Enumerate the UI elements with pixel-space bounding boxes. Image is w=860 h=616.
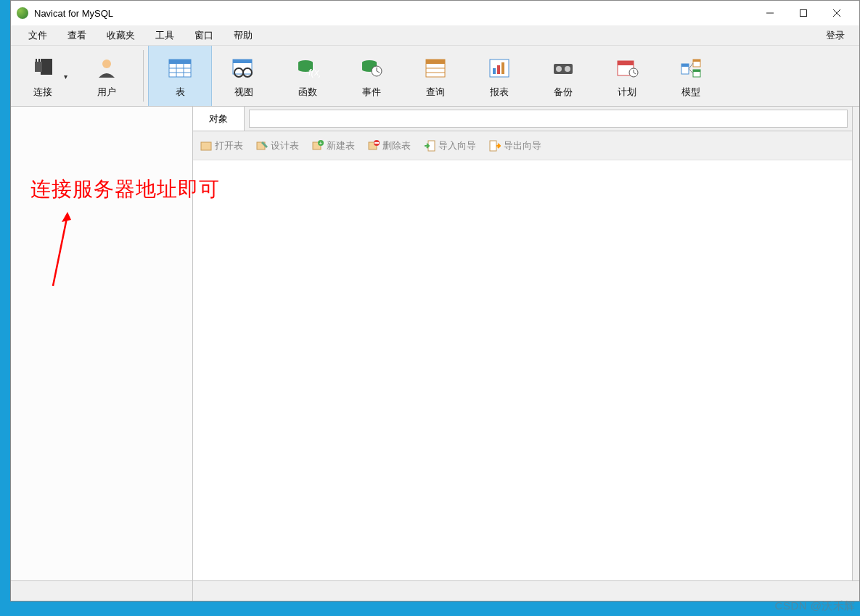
table-icon xyxy=(168,54,192,83)
table-label: 表 xyxy=(176,86,185,99)
new-table-icon: + xyxy=(312,140,324,152)
svg-point-36 xyxy=(565,66,570,72)
close-icon xyxy=(832,9,841,17)
chevron-down-icon: ▾ xyxy=(64,72,67,80)
connect-label: 连接 xyxy=(33,86,52,99)
function-label: 函数 xyxy=(298,86,317,99)
delete-table-icon xyxy=(368,140,380,152)
login-button[interactable]: 登录 xyxy=(819,26,852,45)
svg-line-49 xyxy=(689,69,693,73)
new-table-label: 新建表 xyxy=(327,139,355,152)
new-table-button[interactable]: + 新建表 xyxy=(312,139,355,152)
schedule-button[interactable]: 计划 xyxy=(595,46,659,106)
open-table-button[interactable]: 打开表 xyxy=(200,139,243,152)
app-icon xyxy=(17,7,28,19)
svg-rect-52 xyxy=(201,142,211,150)
main-panel: 对象 打开表 设计表 + 新建表 删除表 xyxy=(193,107,852,580)
menu-favorite[interactable]: 收藏夹 xyxy=(97,26,145,45)
report-button[interactable]: 报表 xyxy=(467,46,531,106)
actionbar: 打开表 设计表 + 新建表 删除表 导入向导 xyxy=(193,131,852,160)
menu-tools[interactable]: 工具 xyxy=(145,26,184,45)
maximize-button[interactable] xyxy=(787,2,820,24)
design-table-icon xyxy=(256,140,268,152)
titlebar: Navicat for MySQL xyxy=(11,1,859,25)
function-icon: f(x) xyxy=(295,54,320,83)
backup-label: 备份 xyxy=(554,86,573,99)
event-icon xyxy=(359,54,384,83)
table-button[interactable]: 表 xyxy=(148,46,212,106)
backup-icon xyxy=(551,54,576,83)
workspace xyxy=(193,160,852,580)
open-table-icon xyxy=(200,140,212,152)
app-window: Navicat for MySQL 文件 查看 收藏夹 工具 窗口 帮助 登录 xyxy=(10,0,860,601)
svg-rect-45 xyxy=(693,59,700,62)
tab-objects[interactable]: 对象 xyxy=(193,107,245,131)
function-button[interactable]: f(x) 函数 xyxy=(276,46,340,106)
report-label: 报表 xyxy=(490,86,509,99)
connection-tree[interactable] xyxy=(11,107,193,580)
import-wizard-button[interactable]: 导入向导 xyxy=(424,139,476,152)
delete-table-button[interactable]: 删除表 xyxy=(368,139,411,152)
export-icon xyxy=(489,140,501,152)
delete-table-label: 删除表 xyxy=(382,139,411,152)
model-label: 模型 xyxy=(681,86,700,99)
svg-rect-60 xyxy=(374,142,379,144)
query-button[interactable]: 查询 xyxy=(404,46,467,106)
menu-window[interactable]: 窗口 xyxy=(184,26,224,45)
model-icon xyxy=(679,54,703,83)
user-icon xyxy=(94,54,119,83)
plug-icon xyxy=(30,54,55,83)
svg-rect-32 xyxy=(497,65,500,74)
view-label: 视图 xyxy=(234,86,253,99)
export-wizard-button[interactable]: 导出向导 xyxy=(489,139,541,152)
svg-rect-16 xyxy=(233,59,252,63)
close-button[interactable] xyxy=(820,2,853,24)
minimize-icon xyxy=(766,9,774,17)
model-button[interactable]: 模型 xyxy=(659,46,723,106)
query-label: 查询 xyxy=(426,86,445,99)
svg-rect-27 xyxy=(426,59,445,64)
svg-point-8 xyxy=(102,59,111,68)
schedule-icon xyxy=(615,54,639,83)
menu-view[interactable]: 查看 xyxy=(57,26,97,45)
app-title: Navicat for MySQL xyxy=(34,8,113,19)
menu-file[interactable]: 文件 xyxy=(18,26,57,45)
svg-point-35 xyxy=(556,66,562,72)
content-area: 对象 打开表 设计表 + 新建表 删除表 xyxy=(11,107,859,580)
svg-rect-4 xyxy=(41,59,52,75)
svg-line-50 xyxy=(53,215,67,286)
query-icon xyxy=(423,54,448,83)
annotation-arrow-icon xyxy=(47,212,76,292)
svg-rect-31 xyxy=(493,68,496,74)
user-label: 用户 xyxy=(97,86,116,99)
svg-text:+: + xyxy=(319,140,323,147)
menu-help[interactable]: 帮助 xyxy=(224,26,263,45)
connect-button[interactable]: 连接 ▾ xyxy=(11,46,75,106)
right-panel-collapsed[interactable] xyxy=(852,107,859,580)
report-icon xyxy=(487,54,512,83)
svg-rect-33 xyxy=(501,62,504,74)
export-wizard-label: 导出向导 xyxy=(504,139,541,152)
backup-button[interactable]: 备份 xyxy=(531,46,595,106)
statusbar xyxy=(11,580,859,601)
svg-rect-5 xyxy=(35,62,42,72)
svg-rect-43 xyxy=(681,64,689,67)
open-table-label: 打开表 xyxy=(215,139,243,152)
svg-line-48 xyxy=(689,63,693,69)
svg-marker-51 xyxy=(62,212,71,222)
import-wizard-label: 导入向导 xyxy=(438,139,476,152)
statusbar-left xyxy=(11,581,193,601)
path-input[interactable] xyxy=(249,110,848,128)
svg-rect-10 xyxy=(169,59,191,64)
event-button[interactable]: 事件 xyxy=(340,46,404,106)
tab-objects-label: 对象 xyxy=(209,112,228,126)
view-button[interactable]: 视图 xyxy=(212,46,276,106)
event-label: 事件 xyxy=(362,86,381,99)
schedule-label: 计划 xyxy=(618,86,636,99)
tabbar: 对象 xyxy=(193,107,852,131)
maximize-icon xyxy=(799,9,808,17)
minimize-button[interactable] xyxy=(753,2,787,24)
user-button[interactable]: 用户 xyxy=(75,46,139,106)
import-icon xyxy=(424,140,435,152)
design-table-button[interactable]: 设计表 xyxy=(256,139,299,152)
